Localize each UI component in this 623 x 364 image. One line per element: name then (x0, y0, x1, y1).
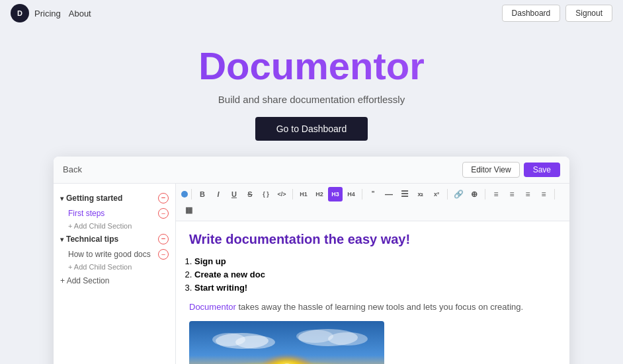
align-center-btn[interactable]: ≡ (505, 187, 519, 201)
toolbar-divider-3 (362, 189, 362, 200)
doc-image (189, 321, 384, 364)
nav-links: Pricing About (34, 9, 502, 18)
editor-view-button[interactable]: Editor View (462, 162, 519, 178)
quote-btn[interactable]: " (366, 187, 380, 201)
doc-paragraph-text: takes away the hassle of learning new to… (236, 302, 523, 312)
svg-point-7 (296, 330, 333, 343)
collapse-arrow-icon: ▾ (60, 195, 63, 202)
align-left-btn[interactable]: ≡ (489, 187, 503, 201)
list-item-3: Start writing! (194, 283, 556, 293)
nav-pricing[interactable]: Pricing (34, 9, 61, 18)
remove-section-2-icon[interactable]: − (158, 234, 169, 244)
toolbar-divider-6 (554, 189, 555, 200)
sunset-image (189, 321, 384, 364)
toolbar-divider-1 (191, 189, 192, 200)
doc-title: Write documentation the easy way! (189, 232, 556, 247)
sidebar-item-first-steps[interactable]: First steps − (54, 206, 175, 221)
hero-section: Documentor Build and share documentation… (0, 26, 623, 157)
hero-title: Documentor (0, 45, 623, 87)
hero-subtitle: Build and share documentation effortless… (0, 94, 623, 105)
sidebar: ▾Getting started − First steps − + Add C… (54, 184, 176, 364)
nav-signout-btn[interactable]: Signout (565, 5, 612, 22)
sidebar-item-how-to[interactable]: How to write good docs − (54, 247, 175, 262)
navbar: D Pricing About Dashboard Signout (0, 0, 623, 26)
editor-titlebar: Back Editor View Save (54, 157, 569, 184)
sidebar-section-technical-tips[interactable]: ▾Technical tips − (54, 231, 175, 247)
list-btn[interactable]: ☰ (397, 187, 412, 201)
back-button[interactable]: Back (63, 164, 82, 174)
strikethrough-btn[interactable]: S (243, 187, 257, 201)
svg-point-8 (328, 332, 368, 346)
underline-btn[interactable]: U (227, 187, 241, 201)
align-justify-btn[interactable]: ≡ (536, 187, 551, 201)
hero-cta-button[interactable]: Go to Dashboard (255, 117, 368, 141)
nav-right: Dashboard Signout (502, 5, 612, 22)
color-picker-btn[interactable] (181, 191, 188, 198)
h4-btn[interactable]: H4 (344, 187, 358, 201)
doc-content[interactable]: Write documentation the easy way! Sign u… (176, 221, 569, 364)
toolbar: B I U S { } </> H1 H2 H3 H4 " — ☰ x₂ x² … (176, 184, 569, 221)
code-btn[interactable]: { } (259, 187, 273, 201)
editor-window: Back Editor View Save ▾Getting started −… (54, 157, 569, 364)
remove-section-icon[interactable]: − (158, 193, 169, 203)
toolbar-divider-4 (447, 189, 448, 200)
collapse-arrow-2-icon: ▾ (60, 236, 63, 243)
insert-btn[interactable]: ⊕ (467, 187, 481, 201)
save-button[interactable]: Save (524, 163, 560, 177)
hr-btn[interactable]: — (382, 187, 396, 201)
list-item-2: Create a new doc (194, 270, 556, 279)
nav-dashboard-btn[interactable]: Dashboard (502, 5, 561, 22)
sidebar-add-section[interactable]: + Add Section (54, 272, 175, 289)
editor-body: ▾Getting started − First steps − + Add C… (54, 184, 569, 364)
svg-point-5 (235, 336, 275, 349)
h2-btn[interactable]: H2 (312, 187, 327, 201)
sidebar-add-child-getting-started[interactable]: + Add Child Section (54, 221, 175, 231)
remove-item-icon[interactable]: − (158, 208, 169, 219)
toolbar-divider-2 (292, 189, 293, 200)
embed-btn[interactable]: </> (274, 187, 289, 201)
nav-about[interactable]: About (69, 9, 91, 18)
remove-item-2-icon[interactable]: − (158, 249, 169, 260)
sidebar-add-child-technical-tips[interactable]: + Add Child Section (54, 262, 175, 272)
sidebar-section-getting-started[interactable]: ▾Getting started − (54, 190, 175, 206)
doc-ordered-list: Sign up Create a new doc Start writing! (194, 256, 556, 293)
h3-btn[interactable]: H3 (328, 187, 343, 201)
toolbar-divider-5 (485, 189, 485, 200)
doc-paragraph: Documentor takes away the hassle of lear… (189, 302, 556, 312)
subscript-btn[interactable]: x₂ (413, 187, 428, 201)
superscript-btn[interactable]: x² (429, 187, 444, 201)
align-right-btn[interactable]: ≡ (520, 187, 535, 201)
content-area: B I U S { } </> H1 H2 H3 H4 " — ☰ x₂ x² … (176, 184, 569, 364)
doc-link[interactable]: Documentor (189, 302, 236, 312)
italic-btn[interactable]: I (211, 187, 226, 201)
nav-logo: D (11, 4, 29, 22)
list-item-1: Sign up (194, 256, 556, 266)
h1-btn[interactable]: H1 (296, 187, 311, 201)
link-btn[interactable]: 🔗 (451, 187, 466, 201)
bold-btn[interactable]: B (195, 187, 210, 201)
table-btn[interactable]: ▦ (181, 203, 196, 217)
